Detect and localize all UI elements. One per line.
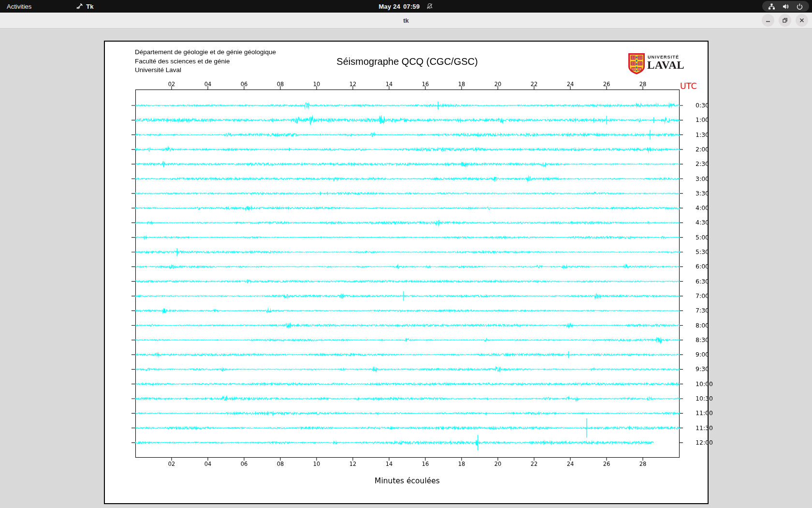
- window-title: tk: [0, 13, 812, 28]
- utc-time-label: 9:30: [696, 365, 709, 373]
- x-tick-label-top: 14: [383, 81, 395, 88]
- notifications-disabled-icon: [426, 3, 433, 10]
- utc-time-label: 5:00: [696, 234, 709, 241]
- network-wired-icon: [768, 3, 775, 10]
- gnome-top-bar: Activities Tk May 24 07:59: [0, 0, 812, 13]
- utc-time-label: 12:00: [696, 439, 713, 446]
- utc-time-label: 2:30: [696, 160, 709, 167]
- utc-time-label: 6:30: [696, 278, 709, 285]
- x-tick-label-top: 02: [166, 81, 177, 88]
- utc-time-label: 6:00: [696, 263, 709, 270]
- utc-time-label: 4:30: [696, 219, 709, 226]
- x-tick-label-bottom: 06: [238, 461, 250, 467]
- x-tick-label-bottom: 12: [347, 461, 359, 467]
- close-button[interactable]: [796, 14, 808, 27]
- x-tick-label-top: 26: [601, 81, 612, 88]
- clock-time[interactable]: 07:59: [403, 3, 420, 10]
- x-tick-label-bottom: 28: [637, 461, 649, 467]
- utc-time-label: 7:30: [696, 307, 709, 314]
- utc-time-label: 7:00: [696, 292, 709, 299]
- utc-time-label: 8:00: [696, 322, 709, 329]
- utc-time-label: 1:00: [696, 116, 709, 123]
- utc-axis-label: UTC: [680, 81, 697, 91]
- x-tick-label-top: 08: [275, 81, 286, 88]
- utc-time-label: 10:00: [696, 380, 713, 388]
- x-tick-label-top: 10: [311, 81, 322, 88]
- x-tick-label-top: 16: [420, 81, 431, 88]
- utc-time-label: 11:30: [696, 424, 713, 432]
- x-tick-label-bottom: 26: [601, 461, 612, 467]
- utc-time-label: 3:30: [696, 190, 709, 197]
- utc-time-label: 8:30: [696, 336, 709, 344]
- clock-date[interactable]: May 24: [379, 3, 401, 10]
- utc-time-label: 5:30: [696, 248, 709, 255]
- chart-title: Séismographe QCQ (CGC/GSC): [105, 56, 710, 67]
- x-tick-label-bottom: 20: [492, 461, 504, 467]
- utc-time-label: 1:30: [696, 131, 709, 138]
- x-tick-label-top: 28: [637, 81, 649, 88]
- x-tick-label-bottom: 04: [202, 461, 214, 467]
- utc-time-label: 4:00: [696, 204, 709, 211]
- power-icon: [796, 3, 803, 10]
- seismograph-panel: Département de géologie et de génie géol…: [104, 41, 709, 504]
- utc-time-label: 9:00: [696, 351, 709, 358]
- x-tick-label-bottom: 14: [383, 461, 395, 467]
- volume-icon: [782, 3, 789, 10]
- utc-time-label: 2:00: [696, 146, 709, 153]
- x-tick-label-bottom: 18: [456, 461, 467, 467]
- universite-laval-logo: UNIVERSITÉ LAVAL: [628, 53, 706, 75]
- x-tick-label-top: 12: [347, 81, 359, 88]
- x-tick-label-top: 18: [456, 81, 467, 88]
- utc-time-label: 0:30: [696, 102, 709, 109]
- x-tick-label-top: 20: [492, 81, 504, 88]
- logo-laval-label: LAVAL: [647, 59, 684, 72]
- x-tick-label-bottom: 24: [565, 461, 576, 467]
- system-tray[interactable]: [762, 1, 809, 12]
- x-tick-label-top: 22: [528, 81, 540, 88]
- utc-time-label: 3:00: [696, 175, 709, 182]
- maximize-button[interactable]: [779, 14, 791, 27]
- x-tick-label-top: 24: [565, 81, 576, 88]
- minimize-button[interactable]: [762, 14, 774, 27]
- laval-shield-icon: [628, 53, 645, 75]
- x-tick-label-bottom: 22: [528, 461, 540, 467]
- x-tick-label-bottom: 10: [311, 461, 322, 467]
- x-tick-label-top: 06: [238, 81, 250, 88]
- x-axis-title: Minutes écoulées: [105, 477, 710, 485]
- x-tick-label-top: 04: [202, 81, 214, 88]
- x-tick-label-bottom: 02: [166, 461, 177, 467]
- x-tick-label-bottom: 08: [275, 461, 286, 467]
- utc-time-label: 11:00: [696, 409, 713, 417]
- seismogram-canvas: [105, 42, 708, 503]
- window-titlebar[interactable]: tk: [0, 13, 812, 29]
- x-tick-label-bottom: 16: [420, 461, 431, 467]
- utc-time-label: 10:30: [696, 395, 713, 402]
